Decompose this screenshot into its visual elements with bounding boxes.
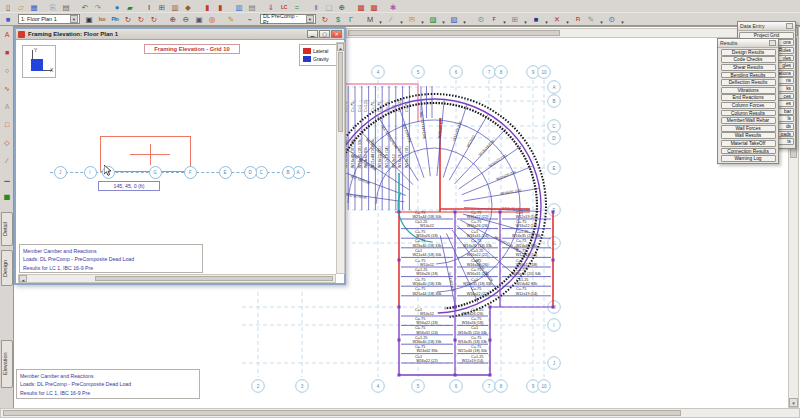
results-item-wall-results[interactable]: Wall Results [721,132,776,139]
svg-text:C=.75: C=.75 [351,102,355,112]
draw-circle-icon[interactable]: ○ [1,64,13,75]
results-item-wall-forces[interactable]: Wall Forces [721,125,776,132]
svg-text:W16x22 (22): W16x22 (22) [467,292,489,296]
svg-text:W10x12: W10x12 [420,263,434,267]
svg-text:W16x26 (26): W16x26 (26) [467,224,489,228]
results-item-connection-results[interactable]: Connection Results [721,148,776,155]
app-bottom-scrollbar[interactable] [0,408,800,418]
results-title-bar[interactable]: Results [718,39,778,48]
axis-x-label: X [50,67,53,73]
svg-text:W16x35 (18) 33k: W16x35 (18) 33k [358,139,362,168]
gravity-color-swatch [303,56,311,62]
svg-text:W16x26 (18): W16x26 (18) [496,170,517,181]
svg-text:W24x62 83k: W24x62 83k [516,244,537,248]
draw-square-icon[interactable]: ■ [1,46,13,57]
minimize-button[interactable]: ▁ [307,30,318,38]
svg-text:W16x40 (18) 33k: W16x40 (18) 33k [413,340,442,344]
svg-text:W21x44 (18) 30k: W21x44 (18) 30k [413,215,442,219]
svg-text:6: 6 [455,70,458,75]
scroll-left-icon[interactable]: ◂ [19,275,27,282]
legend-lateral-label: Lateral [313,48,328,54]
grid-bubble-E: E [219,166,232,179]
close-icon[interactable] [769,40,776,46]
results-item-material-takeoff[interactable]: Material TakeOff [721,140,776,147]
label-a-gray-icon[interactable]: A [1,100,13,111]
results-summary-box: Member Camber and ReactionsLoads: DL Pre… [16,369,200,399]
svg-text:W16x26 (26): W16x26 (26) [467,263,489,267]
svg-text:W16x22 (22): W16x22 (22) [416,359,438,363]
svg-text:E: E [552,166,555,171]
draw-hook-icon[interactable]: ∿ [1,82,13,93]
axis-origin-square [31,59,43,71]
slash-icon[interactable]: ∕ [1,154,13,165]
sidebar-tab-detail[interactable]: Detail [1,212,13,246]
svg-text:W16x40 (18) 33k: W16x40 (18) 33k [413,282,442,286]
maximize-button[interactable]: ▢ [319,30,330,38]
window-title: Framing Elevation: Floor Plan 1 [28,31,306,37]
svg-text:W16x22 (18): W16x22 (18) [416,321,438,325]
svg-text:W16x31 (24): W16x31 (24) [467,234,489,238]
svg-text:9: 9 [532,384,535,389]
svg-text:W16x26 (26): W16x26 (26) [462,312,484,316]
svg-text:7: 7 [488,70,491,75]
scroll-up-icon[interactable]: ▴ [337,43,344,51]
results-item-column-forces[interactable]: Column Forces [721,102,776,109]
results-item-warning-log[interactable]: Warning Log [721,155,776,162]
svg-text:W16x35 (18) 33k: W16x35 (18) 33k [458,340,487,344]
sidebar-tab-elevation[interactable]: Elevation [1,340,13,388]
svg-text:10: 10 [541,384,547,389]
svg-text:7: 7 [488,384,491,389]
framing-elevation-window[interactable]: Framing Elevation: Floor Plan 1 ▁ ▢ ✕ Fr… [14,27,346,285]
results-item-column-results[interactable]: Column Results [721,110,776,117]
results-item-member-wall-rebar[interactable]: Member/Wall Rebar [721,117,776,124]
svg-text:2: 2 [257,384,260,389]
svg-text:W16x26 (26): W16x26 (26) [478,139,495,157]
svg-text:9: 9 [532,70,535,75]
square-outline-icon[interactable]: □ [1,118,13,129]
svg-text:W12x19 (14): W12x19 (14) [516,215,538,219]
svg-text:4: 4 [377,384,380,389]
results-item-deflection-results[interactable]: Deflection Results [721,79,776,86]
modify-a-icon[interactable]: A [1,28,13,39]
svg-text:W12x19 (14): W12x19 (14) [462,359,484,363]
elevation-horizontal-scrollbar[interactable]: ◂ [18,274,336,283]
elevation-vertical-scrollbar[interactable]: ▴ [336,42,345,274]
canvas-top-scrollbar[interactable] [346,28,788,38]
svg-text:C=1: C=1 [358,105,362,112]
results-summary-box: Member Camber and ReactionsLoads: DL Pre… [19,244,203,273]
data-entry-title-bar[interactable]: Data Entry [738,22,795,31]
grid-bubble-F: F [184,166,197,179]
svg-text:W16x22 (22): W16x22 (22) [467,215,489,219]
results-item-vibrations[interactable]: Vibrations [721,87,776,94]
close-icon[interactable] [786,23,793,29]
pentagon-icon[interactable]: ◇ [1,136,13,147]
svg-text:W16x35 (20) 34k: W16x35 (20) 34k [512,234,541,238]
lateral-color-swatch [303,48,311,54]
results-item-shear-results[interactable]: Shear Results [721,64,776,71]
grid-bubble-B: B [282,166,295,179]
results-item-end-reactions[interactable]: End Reactions [721,94,776,101]
results-item-bending-results[interactable]: Bending Results [721,72,776,79]
sidebar-tab-design[interactable]: Design [1,250,13,286]
app-icon [18,31,25,38]
grid-bubble-J: J [54,166,67,179]
left-sidebar: A■○∿A□◇∕▂▆▤DetailDesignElevation [0,26,14,418]
svg-text:W16x26 (26): W16x26 (26) [398,146,402,168]
svg-text:10: 10 [541,70,547,75]
svg-text:W16x22 (18): W16x22 (18) [488,153,507,168]
window-title-bar[interactable]: Framing Elevation: Floor Plan 1 ▁ ▢ ✕ [16,29,344,40]
chart-small-icon[interactable]: ▂ [1,172,13,183]
svg-text:W10x12: W10x12 [420,224,434,228]
results-panel[interactable]: Results Design ResultsCode ChecksShear R… [717,38,779,164]
svg-text:W16x31 (24): W16x31 (24) [416,331,438,335]
results-item-code-checks[interactable]: Code Checks [721,56,776,63]
results-item-design-results[interactable]: Design Results [721,49,776,56]
axis-indicator: Y X [22,45,56,78]
svg-text:I: I [553,323,554,328]
close-button[interactable]: ✕ [331,30,342,38]
scroll-down-icon[interactable]: ▾ [789,398,798,407]
chart-green-icon[interactable]: ▆ [1,190,13,201]
svg-text:W16x35 (20) 34k: W16x35 (20) 34k [512,272,541,276]
svg-text:W16x22 (22): W16x22 (22) [467,253,489,257]
svg-text:8: 8 [500,384,503,389]
